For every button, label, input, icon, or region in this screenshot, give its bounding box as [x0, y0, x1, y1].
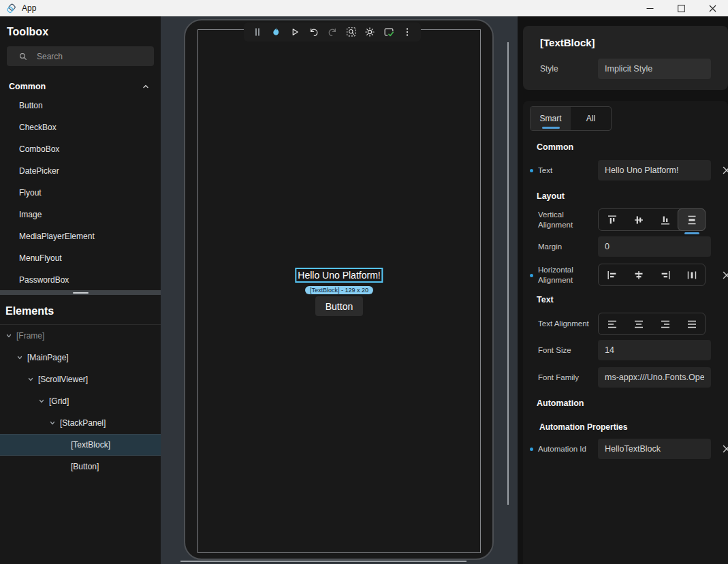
toolbox-title: Toolbox: [7, 26, 161, 38]
theme-toggle-sun-icon[interactable]: [363, 25, 377, 39]
text-alignment-group: [598, 313, 706, 335]
text-align-justify-button[interactable]: [678, 313, 705, 334]
property-options-icon[interactable]: [722, 270, 728, 280]
property-options-icon[interactable]: [722, 444, 728, 454]
elements-title: Elements: [5, 305, 161, 317]
toolbox-search[interactable]: [7, 46, 154, 66]
automation-id-label: Automation Id: [538, 444, 598, 454]
text-align-center-button[interactable]: [625, 313, 652, 334]
tree-item-label: [Button]: [71, 462, 99, 471]
toolbox-item-passwordbox[interactable]: PasswordBox: [0, 269, 161, 290]
margin-input[interactable]: [598, 236, 711, 257]
titlebar: App: [0, 0, 728, 16]
main-area: Toolbox Common ButtonCheckBoxComboBoxDat…: [0, 16, 728, 564]
text-property-input[interactable]: [598, 160, 711, 181]
chevron-down-icon[interactable]: [49, 420, 60, 426]
vertical-scrollbar[interactable]: [507, 42, 509, 505]
tree-item-textblock[interactable]: [TextBlock]: [0, 434, 161, 456]
inspect-element-icon[interactable]: [345, 25, 358, 39]
font-size-input[interactable]: [598, 340, 711, 360]
validate-checklist-icon[interactable]: [382, 25, 396, 39]
tree-item-frame[interactable]: [Frame]: [0, 325, 161, 347]
halign-center-button[interactable]: [625, 264, 652, 285]
chevron-down-icon[interactable]: [5, 332, 16, 339]
halign-left-button[interactable]: [599, 264, 625, 285]
tab-smart[interactable]: Smart: [531, 107, 571, 130]
toolbox-item-image[interactable]: Image: [0, 204, 161, 225]
property-row-text-alignment: Text Alignment: [523, 313, 728, 335]
tree-item-grid[interactable]: [Grid]: [0, 390, 161, 412]
tree-item-stackpanel[interactable]: [StackPanel]: [0, 412, 161, 434]
tree-item-mainpage[interactable]: [MainPage]: [0, 347, 161, 369]
margin-label: Margin: [538, 242, 598, 252]
text-align-right-button[interactable]: [652, 313, 678, 334]
toolbox-item-menuflyout[interactable]: MenuFlyout: [0, 247, 161, 269]
toolbox-item-flyout[interactable]: Flyout: [0, 182, 161, 204]
chevron-down-icon[interactable]: [38, 398, 49, 405]
modified-indicator-dot: [530, 448, 533, 451]
tree-item-label: [Grid]: [49, 396, 69, 406]
hot-reload-flame-icon[interactable]: [270, 25, 283, 39]
automation-id-input[interactable]: [598, 439, 711, 459]
close-button[interactable]: [697, 0, 728, 16]
design-workspace: Hello Uno Platform! [TextBlock] - 129 x …: [161, 16, 518, 564]
canvas-button[interactable]: Button: [315, 296, 363, 316]
chevron-down-icon[interactable]: [27, 376, 38, 383]
tree-item-label: [TextBlock]: [71, 440, 110, 450]
tab-all[interactable]: All: [571, 107, 611, 130]
elements-tree: [Frame][MainPage][ScrollViewer][Grid][St…: [0, 325, 161, 477]
valign-top-button[interactable]: [599, 209, 625, 230]
toolbox-item-datepicker[interactable]: DatePicker: [0, 160, 161, 182]
halign-stretch-button[interactable]: [678, 264, 705, 285]
valign-bottom-button[interactable]: [652, 209, 678, 230]
vertical-alignment-label: Vertical Alignment: [538, 210, 598, 230]
text-align-left-button[interactable]: [599, 313, 625, 334]
search-input[interactable]: [37, 52, 154, 61]
property-row-text: Text: [523, 160, 728, 181]
vertical-alignment-group: [598, 208, 706, 231]
inspector-properties-card: Smart All Common Text Layout Vertical Al…: [523, 101, 728, 564]
selection-size-badge: [TextBlock] - 129 x 20: [305, 286, 373, 294]
chevron-down-icon[interactable]: [16, 354, 27, 361]
toolbox-item-combobox[interactable]: ComboBox: [0, 138, 161, 160]
horizontal-alignment-label: Horizontal Alignment: [538, 265, 598, 285]
chevron-up-icon[interactable]: [142, 82, 150, 91]
scrollbar-thumb[interactable]: [73, 292, 89, 294]
minimize-button[interactable]: [634, 0, 665, 16]
close-icon: [709, 5, 716, 12]
font-size-label: Font Size: [538, 345, 598, 356]
window-title: App: [22, 3, 36, 13]
grip-icon[interactable]: [251, 25, 264, 39]
tree-item-button[interactable]: [Button]: [0, 456, 161, 477]
toolbox-section-common[interactable]: Common: [0, 78, 161, 95]
redo-icon[interactable]: [326, 25, 339, 39]
section-header-automation: Automation: [537, 398, 728, 408]
halign-right-button[interactable]: [652, 264, 678, 285]
font-family-input[interactable]: [598, 367, 711, 388]
horizontal-scrollbar[interactable]: [180, 561, 466, 562]
more-menu-icon[interactable]: [400, 25, 414, 39]
panel-splitter-scrollbar[interactable]: [0, 290, 161, 295]
maximize-button[interactable]: [665, 0, 697, 16]
modified-indicator-dot: [530, 169, 533, 172]
play-icon[interactable]: [288, 25, 302, 39]
property-row-margin: Margin: [523, 236, 728, 257]
section-label: Common: [9, 82, 46, 91]
valign-center-button[interactable]: [625, 209, 652, 230]
tree-item-scrollviewer[interactable]: [ScrollViewer]: [0, 369, 161, 390]
toolbox-item-checkbox[interactable]: CheckBox: [0, 116, 161, 138]
undo-icon[interactable]: [307, 25, 321, 39]
horizontal-alignment-group: [598, 264, 706, 286]
property-options-icon[interactable]: [722, 166, 728, 175]
modified-indicator-dot: [530, 274, 533, 277]
valign-stretch-button[interactable]: [678, 208, 706, 231]
canvas-textblock-selected[interactable]: Hello Uno Platform!: [295, 268, 383, 283]
toolbox-item-mediaplayerelement[interactable]: MediaPlayerElement: [0, 225, 161, 247]
toolbox-item-button[interactable]: Button: [0, 95, 161, 116]
section-header-layout: Layout: [537, 191, 728, 201]
font-family-label: Font Family: [538, 373, 598, 383]
property-inspector: [TextBlock] Style Smart All Common Text …: [518, 16, 728, 564]
toolbox-panel: Toolbox Common ButtonCheckBoxComboBoxDat…: [0, 16, 161, 290]
style-input[interactable]: [598, 59, 711, 79]
inspector-header-card: [TextBlock] Style: [523, 26, 728, 90]
